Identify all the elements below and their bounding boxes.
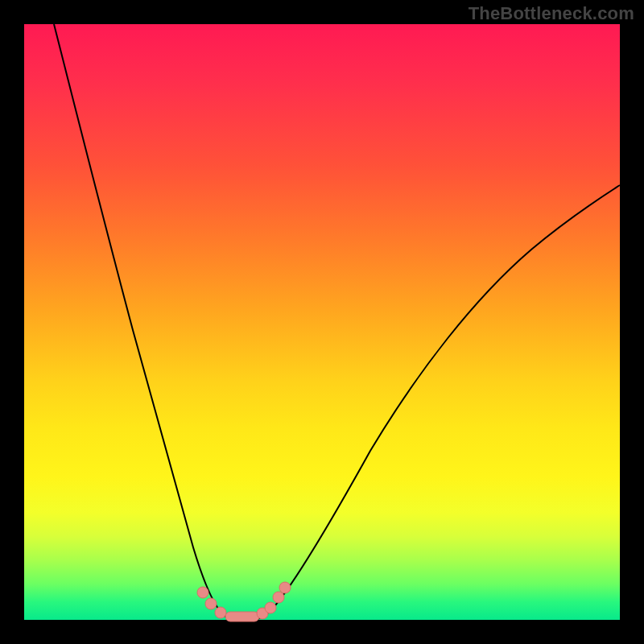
marker-group	[197, 582, 291, 621]
plot-area	[24, 24, 620, 620]
watermark-text: TheBottleneck.com	[469, 3, 634, 24]
marker-pill	[225, 612, 259, 621]
marker-dot	[197, 587, 208, 598]
curve-layer	[24, 24, 620, 620]
curve-left-branch	[54, 24, 235, 620]
marker-dot	[265, 602, 276, 613]
curve-right-branch	[251, 185, 620, 620]
marker-dot	[205, 598, 217, 609]
marker-dot	[215, 607, 226, 618]
chart-frame: TheBottleneck.com	[0, 0, 644, 644]
marker-dot	[273, 592, 284, 603]
marker-dot	[279, 582, 291, 593]
